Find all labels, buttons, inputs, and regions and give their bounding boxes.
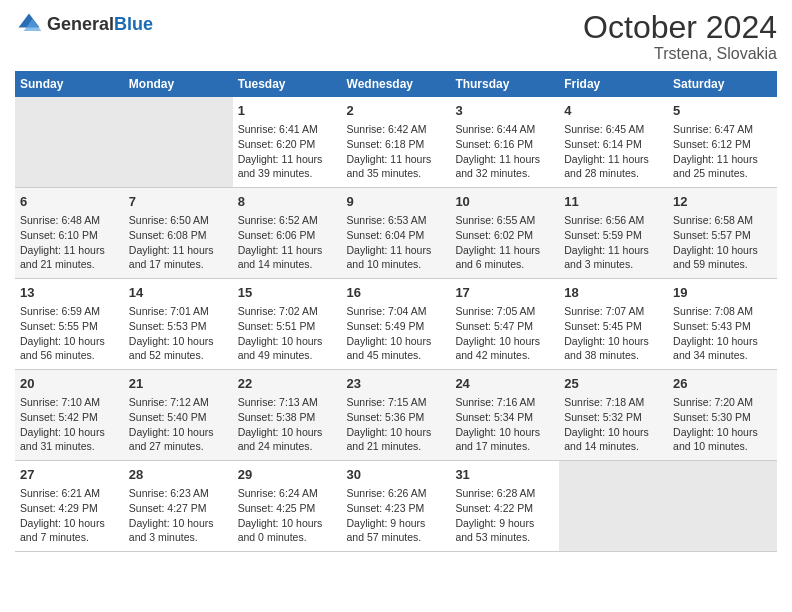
day-info: Sunrise: 6:26 AMSunset: 4:23 PMDaylight:…: [347, 486, 446, 545]
day-number: 2: [347, 102, 446, 120]
day-number: 5: [673, 102, 772, 120]
calendar-body: 1Sunrise: 6:41 AMSunset: 6:20 PMDaylight…: [15, 97, 777, 551]
logo-text-blue: Blue: [114, 14, 153, 34]
calendar-cell: 20Sunrise: 7:10 AMSunset: 5:42 PMDayligh…: [15, 370, 124, 461]
calendar-cell: 12Sunrise: 6:58 AMSunset: 5:57 PMDayligh…: [668, 188, 777, 279]
day-number: 14: [129, 284, 228, 302]
day-info: Sunrise: 7:13 AMSunset: 5:38 PMDaylight:…: [238, 395, 337, 454]
day-number: 13: [20, 284, 119, 302]
calendar-table: SundayMondayTuesdayWednesdayThursdayFrid…: [15, 71, 777, 552]
logo-text-general: General: [47, 14, 114, 34]
calendar-cell: 29Sunrise: 6:24 AMSunset: 4:25 PMDayligh…: [233, 460, 342, 551]
calendar-cell: 3Sunrise: 6:44 AMSunset: 6:16 PMDaylight…: [450, 97, 559, 187]
weekday-header-cell: Friday: [559, 71, 668, 97]
calendar-cell: 10Sunrise: 6:55 AMSunset: 6:02 PMDayligh…: [450, 188, 559, 279]
day-number: 17: [455, 284, 554, 302]
calendar-cell: 17Sunrise: 7:05 AMSunset: 5:47 PMDayligh…: [450, 279, 559, 370]
day-info: Sunrise: 7:15 AMSunset: 5:36 PMDaylight:…: [347, 395, 446, 454]
calendar-cell: 5Sunrise: 6:47 AMSunset: 6:12 PMDaylight…: [668, 97, 777, 187]
calendar-cell: 24Sunrise: 7:16 AMSunset: 5:34 PMDayligh…: [450, 370, 559, 461]
day-number: 19: [673, 284, 772, 302]
day-info: Sunrise: 6:58 AMSunset: 5:57 PMDaylight:…: [673, 213, 772, 272]
day-number: 31: [455, 466, 554, 484]
weekday-header-row: SundayMondayTuesdayWednesdayThursdayFrid…: [15, 71, 777, 97]
day-info: Sunrise: 6:41 AMSunset: 6:20 PMDaylight:…: [238, 122, 337, 181]
day-number: 12: [673, 193, 772, 211]
day-number: 11: [564, 193, 663, 211]
day-number: 22: [238, 375, 337, 393]
day-info: Sunrise: 7:05 AMSunset: 5:47 PMDaylight:…: [455, 304, 554, 363]
weekday-header-cell: Tuesday: [233, 71, 342, 97]
calendar-cell: 11Sunrise: 6:56 AMSunset: 5:59 PMDayligh…: [559, 188, 668, 279]
header: GeneralBlue October 2024 Trstena, Slovak…: [15, 10, 777, 63]
calendar-cell: 15Sunrise: 7:02 AMSunset: 5:51 PMDayligh…: [233, 279, 342, 370]
day-info: Sunrise: 6:42 AMSunset: 6:18 PMDaylight:…: [347, 122, 446, 181]
calendar-week-row: 13Sunrise: 6:59 AMSunset: 5:55 PMDayligh…: [15, 279, 777, 370]
weekday-header-cell: Monday: [124, 71, 233, 97]
day-info: Sunrise: 7:07 AMSunset: 5:45 PMDaylight:…: [564, 304, 663, 363]
calendar-cell: 22Sunrise: 7:13 AMSunset: 5:38 PMDayligh…: [233, 370, 342, 461]
day-info: Sunrise: 6:23 AMSunset: 4:27 PMDaylight:…: [129, 486, 228, 545]
calendar-cell: 31Sunrise: 6:28 AMSunset: 4:22 PMDayligh…: [450, 460, 559, 551]
calendar-cell: 13Sunrise: 6:59 AMSunset: 5:55 PMDayligh…: [15, 279, 124, 370]
day-number: 21: [129, 375, 228, 393]
calendar-title: October 2024: [583, 10, 777, 45]
day-info: Sunrise: 6:47 AMSunset: 6:12 PMDaylight:…: [673, 122, 772, 181]
day-number: 24: [455, 375, 554, 393]
day-info: Sunrise: 7:08 AMSunset: 5:43 PMDaylight:…: [673, 304, 772, 363]
title-block: October 2024 Trstena, Slovakia: [583, 10, 777, 63]
calendar-cell: [559, 460, 668, 551]
day-info: Sunrise: 7:18 AMSunset: 5:32 PMDaylight:…: [564, 395, 663, 454]
calendar-cell: 23Sunrise: 7:15 AMSunset: 5:36 PMDayligh…: [342, 370, 451, 461]
day-number: 9: [347, 193, 446, 211]
day-info: Sunrise: 6:52 AMSunset: 6:06 PMDaylight:…: [238, 213, 337, 272]
day-info: Sunrise: 6:50 AMSunset: 6:08 PMDaylight:…: [129, 213, 228, 272]
calendar-week-row: 6Sunrise: 6:48 AMSunset: 6:10 PMDaylight…: [15, 188, 777, 279]
weekday-header-cell: Saturday: [668, 71, 777, 97]
day-info: Sunrise: 6:24 AMSunset: 4:25 PMDaylight:…: [238, 486, 337, 545]
day-info: Sunrise: 6:59 AMSunset: 5:55 PMDaylight:…: [20, 304, 119, 363]
day-number: 20: [20, 375, 119, 393]
day-info: Sunrise: 6:21 AMSunset: 4:29 PMDaylight:…: [20, 486, 119, 545]
day-info: Sunrise: 7:02 AMSunset: 5:51 PMDaylight:…: [238, 304, 337, 363]
day-info: Sunrise: 6:44 AMSunset: 6:16 PMDaylight:…: [455, 122, 554, 181]
calendar-week-row: 27Sunrise: 6:21 AMSunset: 4:29 PMDayligh…: [15, 460, 777, 551]
calendar-cell: 9Sunrise: 6:53 AMSunset: 6:04 PMDaylight…: [342, 188, 451, 279]
day-info: Sunrise: 7:10 AMSunset: 5:42 PMDaylight:…: [20, 395, 119, 454]
day-number: 29: [238, 466, 337, 484]
day-info: Sunrise: 7:16 AMSunset: 5:34 PMDaylight:…: [455, 395, 554, 454]
calendar-cell: 26Sunrise: 7:20 AMSunset: 5:30 PMDayligh…: [668, 370, 777, 461]
day-info: Sunrise: 6:55 AMSunset: 6:02 PMDaylight:…: [455, 213, 554, 272]
calendar-cell: 1Sunrise: 6:41 AMSunset: 6:20 PMDaylight…: [233, 97, 342, 187]
day-number: 25: [564, 375, 663, 393]
day-info: Sunrise: 7:01 AMSunset: 5:53 PMDaylight:…: [129, 304, 228, 363]
calendar-cell: 7Sunrise: 6:50 AMSunset: 6:08 PMDaylight…: [124, 188, 233, 279]
day-info: Sunrise: 6:45 AMSunset: 6:14 PMDaylight:…: [564, 122, 663, 181]
calendar-cell: 25Sunrise: 7:18 AMSunset: 5:32 PMDayligh…: [559, 370, 668, 461]
weekday-header-cell: Sunday: [15, 71, 124, 97]
day-number: 27: [20, 466, 119, 484]
day-number: 30: [347, 466, 446, 484]
logo: GeneralBlue: [15, 10, 153, 38]
calendar-cell: 19Sunrise: 7:08 AMSunset: 5:43 PMDayligh…: [668, 279, 777, 370]
weekday-header-cell: Wednesday: [342, 71, 451, 97]
day-number: 7: [129, 193, 228, 211]
day-number: 1: [238, 102, 337, 120]
weekday-header-cell: Thursday: [450, 71, 559, 97]
calendar-subtitle: Trstena, Slovakia: [583, 45, 777, 63]
calendar-cell: 30Sunrise: 6:26 AMSunset: 4:23 PMDayligh…: [342, 460, 451, 551]
day-number: 3: [455, 102, 554, 120]
day-number: 16: [347, 284, 446, 302]
day-number: 23: [347, 375, 446, 393]
calendar-cell: [668, 460, 777, 551]
day-number: 10: [455, 193, 554, 211]
page: GeneralBlue October 2024 Trstena, Slovak…: [0, 0, 792, 612]
calendar-cell: 28Sunrise: 6:23 AMSunset: 4:27 PMDayligh…: [124, 460, 233, 551]
calendar-cell: 16Sunrise: 7:04 AMSunset: 5:49 PMDayligh…: [342, 279, 451, 370]
logo-icon: [15, 10, 43, 38]
calendar-cell: [15, 97, 124, 187]
day-info: Sunrise: 7:04 AMSunset: 5:49 PMDaylight:…: [347, 304, 446, 363]
calendar-cell: 21Sunrise: 7:12 AMSunset: 5:40 PMDayligh…: [124, 370, 233, 461]
day-number: 8: [238, 193, 337, 211]
calendar-cell: 8Sunrise: 6:52 AMSunset: 6:06 PMDaylight…: [233, 188, 342, 279]
